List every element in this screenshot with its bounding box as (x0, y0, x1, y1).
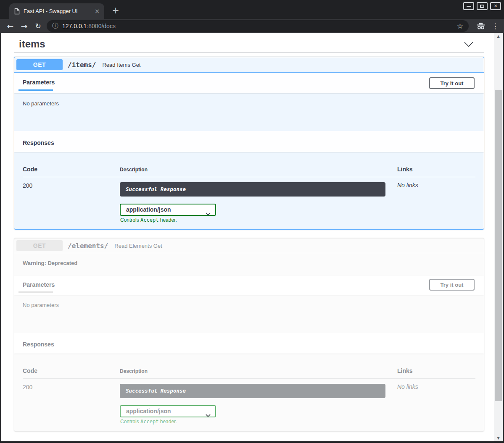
opblock-summary[interactable]: GET /elements/ Read Elements Get (14, 239, 484, 253)
chevron-down-icon[interactable] (464, 42, 473, 49)
media-type-select[interactable]: application/json (120, 204, 216, 216)
method-badge: GET (16, 59, 63, 70)
title-bar: Fast API - Swagger UI × + ✕ (0, 0, 504, 19)
browser-toolbar: ← → ↻ ⓘ 127.0.0.1:8000/docs ☆ ⋮ (0, 19, 504, 33)
page-icon (14, 8, 20, 15)
table-divider (23, 378, 475, 379)
address-bar[interactable]: ⓘ 127.0.0.1:8000/docs ☆ (47, 20, 469, 32)
links-value: No links (397, 383, 418, 390)
accept-note-code: Accept (140, 217, 158, 223)
tab-title: Fast API - Swagger UI (24, 8, 90, 14)
no-parameters-text: No parameters (23, 100, 59, 107)
response-description-box: Successful Response (120, 384, 385, 398)
parameters-header: Parameters Try it out (14, 276, 484, 295)
no-parameters-text: No parameters (23, 302, 59, 308)
maximize-icon (480, 5, 484, 8)
page-scrollbar[interactable]: ▲ ▼ (494, 33, 503, 441)
column-header-description: Description (120, 368, 148, 374)
tab-close-icon[interactable]: × (93, 8, 101, 15)
maximize-button[interactable] (477, 2, 488, 10)
scrollbar-thumb[interactable] (495, 90, 502, 401)
try-it-out-button[interactable]: Try it out (429, 279, 475, 291)
responses-title: Responses (23, 139, 54, 146)
scroll-down-arrow[interactable]: ▼ (494, 435, 503, 441)
endpoint-path: /items/ (68, 61, 96, 69)
accept-note-prefix: Controls (120, 217, 140, 223)
forward-button[interactable]: → (17, 21, 31, 31)
parameters-tab-indicator (18, 291, 53, 293)
accept-header-note: Controls Accept header. (120, 419, 177, 425)
column-header-links: Links (397, 166, 413, 173)
reload-button[interactable]: ↻ (31, 22, 45, 30)
response-description-box: Successful Response (120, 182, 385, 197)
method-badge: GET (16, 240, 63, 251)
status-code: 200 (23, 182, 32, 189)
site-info-icon[interactable]: ⓘ (52, 22, 58, 30)
endpoint-summary: Read Items Get (102, 62, 140, 68)
section-title: items (14, 37, 484, 51)
browser-tab[interactable]: Fast API - Swagger UI × (9, 3, 104, 19)
responses-header: Responses (14, 333, 484, 354)
swagger-content: items GET /items/ Read Items Get Paramet… (14, 37, 484, 432)
parameters-body: No parameters (14, 295, 484, 333)
browser-window: Fast API - Swagger UI × + ✕ ← → ↻ ⓘ 127.… (0, 0, 504, 443)
column-header-code: Code (23, 367, 37, 374)
column-header-description: Description (120, 167, 148, 173)
parameters-header: Parameters Try it out (14, 73, 484, 93)
tag-section-header[interactable]: items (14, 37, 484, 53)
responses-table: Code Description Links 200 Successful Re… (14, 354, 484, 431)
accept-note-prefix: Controls (120, 419, 140, 425)
opblock-get-items: GET /items/ Read Items Get Parameters Tr… (14, 57, 484, 230)
scroll-up-arrow[interactable]: ▲ (494, 33, 503, 39)
minimize-icon (467, 6, 471, 7)
media-type-value: application/json (126, 206, 171, 213)
accept-note-code: Accept (140, 419, 158, 425)
endpoint-summary: Read Elements Get (114, 243, 162, 249)
responses-table: Code Description Links 200 Successful Re… (14, 152, 484, 229)
endpoint-path: /elements/ (68, 242, 108, 250)
new-tab-button[interactable]: + (110, 5, 121, 16)
parameters-tab-indicator (18, 89, 53, 91)
opblock-summary[interactable]: GET /items/ Read Items Get (14, 57, 484, 73)
media-type-value: application/json (126, 408, 171, 414)
opblock-get-elements-deprecated: GET /elements/ Read Elements Get Warning… (14, 238, 484, 432)
menu-kebab-icon[interactable]: ⋮ (490, 22, 501, 30)
minimize-button[interactable] (463, 2, 474, 10)
responses-title: Responses (23, 341, 54, 348)
table-divider (23, 177, 475, 177)
url-path: :8000/docs (87, 23, 116, 29)
column-header-links: Links (397, 367, 413, 374)
incognito-icon (476, 22, 486, 30)
parameters-title: Parameters (23, 79, 55, 86)
accept-header-note: Controls Accept header. (120, 217, 177, 223)
links-value: No links (397, 182, 418, 189)
close-button[interactable]: ✕ (490, 2, 501, 10)
window-controls: ✕ (463, 2, 501, 10)
parameters-body: No parameters (14, 93, 484, 131)
bookmark-star-icon[interactable]: ☆ (457, 22, 463, 30)
close-icon: ✕ (493, 4, 497, 8)
media-type-select[interactable]: application/json (120, 405, 216, 417)
responses-header: Responses (14, 131, 484, 152)
url-host: 127.0.0.1 (62, 23, 87, 29)
accept-note-suffix: header. (158, 217, 177, 223)
select-chevron-icon (206, 410, 211, 421)
select-chevron-icon (206, 209, 211, 219)
parameters-title: Parameters (23, 281, 55, 288)
page-viewport: items GET /items/ Read Items Get Paramet… (1, 33, 503, 441)
deprecated-warning: Warning: Deprecated (14, 253, 484, 276)
try-it-out-button[interactable]: Try it out (429, 77, 475, 89)
column-header-code: Code (23, 166, 37, 173)
back-button[interactable]: ← (3, 21, 17, 31)
accept-note-suffix: header. (158, 419, 177, 425)
status-code: 200 (23, 384, 32, 391)
